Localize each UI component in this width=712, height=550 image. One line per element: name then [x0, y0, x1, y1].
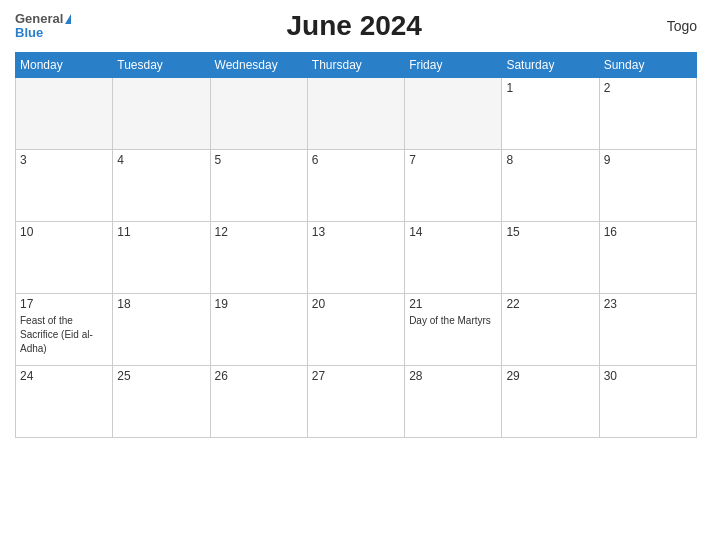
calendar-thead: Monday Tuesday Wednesday Thursday Friday…: [16, 53, 697, 78]
day-number: 28: [409, 369, 497, 383]
day-number: 26: [215, 369, 303, 383]
calendar-body: 1234567891011121314151617Feast of the Sa…: [16, 78, 697, 438]
day-number: 9: [604, 153, 692, 167]
day-number: 10: [20, 225, 108, 239]
header-wednesday: Wednesday: [210, 53, 307, 78]
calendar-cell: 3: [16, 150, 113, 222]
calendar-cell: [113, 78, 210, 150]
calendar-week-4: 17Feast of the Sacrifice (Eid al-Adha)18…: [16, 294, 697, 366]
day-number: 30: [604, 369, 692, 383]
event-label: Day of the Martyrs: [409, 315, 491, 326]
calendar-cell: [307, 78, 404, 150]
day-number: 21: [409, 297, 497, 311]
day-number: 23: [604, 297, 692, 311]
calendar-cell: 5: [210, 150, 307, 222]
calendar-cell: 20: [307, 294, 404, 366]
calendar-cell: 10: [16, 222, 113, 294]
calendar-cell: 23: [599, 294, 696, 366]
calendar-cell: 30: [599, 366, 696, 438]
calendar-table: Monday Tuesday Wednesday Thursday Friday…: [15, 52, 697, 438]
calendar-page: General Blue June 2024 Togo Monday Tuesd…: [0, 0, 712, 550]
day-number: 18: [117, 297, 205, 311]
logo: General Blue: [15, 12, 71, 41]
header-saturday: Saturday: [502, 53, 599, 78]
country-name: Togo: [637, 18, 697, 34]
calendar-cell: 7: [405, 150, 502, 222]
calendar-cell: [16, 78, 113, 150]
calendar-cell: 17Feast of the Sacrifice (Eid al-Adha): [16, 294, 113, 366]
calendar-cell: 9: [599, 150, 696, 222]
day-number: 1: [506, 81, 594, 95]
header-tuesday: Tuesday: [113, 53, 210, 78]
calendar-cell: 2: [599, 78, 696, 150]
calendar-cell: 18: [113, 294, 210, 366]
calendar-cell: 1: [502, 78, 599, 150]
calendar-cell: 29: [502, 366, 599, 438]
calendar-cell: 19: [210, 294, 307, 366]
calendar-cell: 4: [113, 150, 210, 222]
day-number: 29: [506, 369, 594, 383]
calendar-week-1: 12: [16, 78, 697, 150]
day-number: 12: [215, 225, 303, 239]
day-number: 16: [604, 225, 692, 239]
calendar-week-3: 10111213141516: [16, 222, 697, 294]
day-number: 6: [312, 153, 400, 167]
calendar-week-5: 24252627282930: [16, 366, 697, 438]
day-number: 24: [20, 369, 108, 383]
calendar-cell: 15: [502, 222, 599, 294]
calendar-cell: 27: [307, 366, 404, 438]
calendar-cell: 11: [113, 222, 210, 294]
header-friday: Friday: [405, 53, 502, 78]
day-number: 11: [117, 225, 205, 239]
calendar-cell: [405, 78, 502, 150]
calendar-cell: 22: [502, 294, 599, 366]
weekday-header-row: Monday Tuesday Wednesday Thursday Friday…: [16, 53, 697, 78]
day-number: 22: [506, 297, 594, 311]
day-number: 20: [312, 297, 400, 311]
day-number: 27: [312, 369, 400, 383]
header-sunday: Sunday: [599, 53, 696, 78]
calendar-cell: 24: [16, 366, 113, 438]
logo-general-text: General: [15, 12, 63, 26]
day-number: 7: [409, 153, 497, 167]
day-number: 25: [117, 369, 205, 383]
calendar-cell: 25: [113, 366, 210, 438]
day-number: 4: [117, 153, 205, 167]
day-number: 19: [215, 297, 303, 311]
calendar-cell: 28: [405, 366, 502, 438]
event-label: Feast of the Sacrifice (Eid al-Adha): [20, 315, 93, 354]
calendar-cell: 13: [307, 222, 404, 294]
calendar-cell: 12: [210, 222, 307, 294]
day-number: 14: [409, 225, 497, 239]
logo-blue-text: Blue: [15, 26, 43, 40]
calendar-cell: 21Day of the Martyrs: [405, 294, 502, 366]
header-thursday: Thursday: [307, 53, 404, 78]
day-number: 15: [506, 225, 594, 239]
day-number: 5: [215, 153, 303, 167]
header-monday: Monday: [16, 53, 113, 78]
calendar-week-2: 3456789: [16, 150, 697, 222]
day-number: 13: [312, 225, 400, 239]
calendar-cell: 14: [405, 222, 502, 294]
calendar-cell: 16: [599, 222, 696, 294]
day-number: 3: [20, 153, 108, 167]
day-number: 8: [506, 153, 594, 167]
day-number: 2: [604, 81, 692, 95]
calendar-header: General Blue June 2024 Togo: [15, 10, 697, 42]
calendar-title: June 2024: [71, 10, 637, 42]
calendar-cell: 8: [502, 150, 599, 222]
day-number: 17: [20, 297, 108, 311]
calendar-cell: [210, 78, 307, 150]
calendar-cell: 26: [210, 366, 307, 438]
calendar-cell: 6: [307, 150, 404, 222]
